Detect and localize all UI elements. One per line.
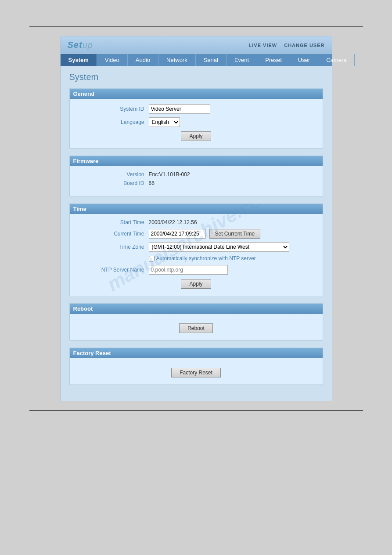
language-select[interactable]: English Chinese French German Spanish — [149, 117, 180, 127]
firmware-section: Firmware Version Enc:V1.101B-002 Board I… — [69, 156, 323, 196]
time-apply-button[interactable]: Apply — [181, 279, 211, 289]
factory-reset-section-body: Factory Reset — [70, 358, 323, 385]
nav-event[interactable]: Event — [227, 54, 257, 66]
current-time-row: Current Time Set Current Time — [79, 229, 314, 239]
page-title: System — [69, 72, 323, 82]
general-apply-button[interactable]: Apply — [181, 131, 211, 141]
ntp-auto-label: Automatically synchronize with NTP serve… — [156, 255, 256, 261]
firmware-version-row: Version Enc:V1.101B-002 — [79, 171, 314, 178]
timezone-row: Time Zone (GMT-12:00) International Date… — [79, 242, 314, 252]
bottom-divider — [29, 410, 363, 411]
nav-user[interactable]: User — [290, 54, 318, 66]
timezone-label: Time Zone — [79, 244, 149, 250]
nav-video[interactable]: Video — [97, 54, 128, 66]
general-apply-row: Apply — [79, 131, 314, 141]
nav-camera[interactable]: Camera — [318, 54, 355, 66]
factory-reset-button[interactable]: Factory Reset — [171, 368, 221, 377]
time-section-header: Time — [70, 204, 323, 214]
system-id-label: System ID — [79, 106, 149, 112]
live-view-link[interactable]: LIVE VIEW — [249, 43, 277, 48]
nav-audio[interactable]: Audio — [128, 54, 158, 66]
nav-bar: System Video Audio Network Serial Event … — [61, 54, 332, 66]
header-actions: LIVE VIEW CHANGE USER — [249, 43, 325, 48]
reboot-section: Reboot Reboot — [69, 303, 323, 341]
language-label: Language — [79, 119, 149, 125]
start-time-row: Start Time 2000/04/22 12.12.56 — [79, 219, 314, 225]
change-user-link[interactable]: CHANGE USER — [284, 43, 324, 48]
firmware-boardid-label: Board ID — [79, 180, 149, 186]
start-time-value: 2000/04/22 12.12.56 — [149, 219, 197, 225]
general-section-header: General — [70, 89, 323, 99]
logo-up: up — [83, 40, 93, 50]
ntp-auto-row: Automatically synchronize with NTP serve… — [149, 255, 314, 261]
factory-reset-section-header: Factory Reset — [70, 348, 323, 358]
nav-system[interactable]: System — [61, 54, 97, 66]
content: System General System ID Language Englis… — [61, 66, 332, 401]
start-time-label: Start Time — [79, 219, 149, 225]
system-id-row: System ID — [79, 104, 314, 114]
firmware-version-label: Version — [79, 171, 149, 178]
logo-set: Set — [68, 40, 83, 50]
time-apply-row: Apply — [79, 279, 314, 289]
reboot-section-body: Reboot — [70, 314, 323, 340]
factory-reset-section: Factory Reset Factory Reset — [69, 348, 323, 385]
top-divider — [29, 26, 363, 27]
current-time-label: Current Time — [79, 231, 149, 237]
factory-reset-button-row: Factory Reset — [79, 368, 314, 377]
main-container: Setup LIVE VIEW CHANGE USER System Video… — [60, 36, 332, 401]
ntp-auto-checkbox[interactable] — [149, 256, 155, 261]
nav-network[interactable]: Network — [158, 54, 196, 66]
current-time-input[interactable] — [149, 229, 206, 239]
header: Setup LIVE VIEW CHANGE USER — [61, 36, 332, 54]
system-id-input[interactable] — [149, 104, 210, 114]
firmware-section-body: Version Enc:V1.101B-002 Board ID 66 — [70, 166, 323, 196]
nav-serial[interactable]: Serial — [196, 54, 227, 66]
ntp-server-row: NTP Server Name — [79, 265, 314, 275]
language-row: Language English Chinese French German S… — [79, 117, 314, 127]
timezone-select[interactable]: (GMT-12:00) International Date Line West… — [149, 242, 289, 252]
reboot-button[interactable]: Reboot — [179, 323, 213, 333]
firmware-boardid-row: Board ID 66 — [79, 180, 314, 186]
general-section: General System ID Language English Chine… — [69, 88, 323, 149]
logo: Setup — [68, 40, 93, 50]
time-section: Time manualsarchive.com Start Time 2000/… — [69, 203, 323, 296]
nav-preset[interactable]: Preset — [257, 54, 290, 66]
firmware-section-header: Firmware — [70, 156, 323, 166]
ntp-server-input[interactable] — [149, 265, 228, 275]
time-section-body: manualsarchive.com Start Time 2000/04/22… — [70, 214, 323, 296]
general-section-body: System ID Language English Chinese Frenc… — [70, 99, 323, 148]
firmware-version-value: Enc:V1.101B-002 — [149, 171, 190, 178]
reboot-button-row: Reboot — [79, 323, 314, 333]
set-current-time-button[interactable]: Set Current Time — [209, 229, 261, 239]
ntp-server-label: NTP Server Name — [79, 267, 149, 273]
firmware-boardid-value: 66 — [149, 180, 155, 186]
reboot-section-header: Reboot — [70, 304, 323, 314]
